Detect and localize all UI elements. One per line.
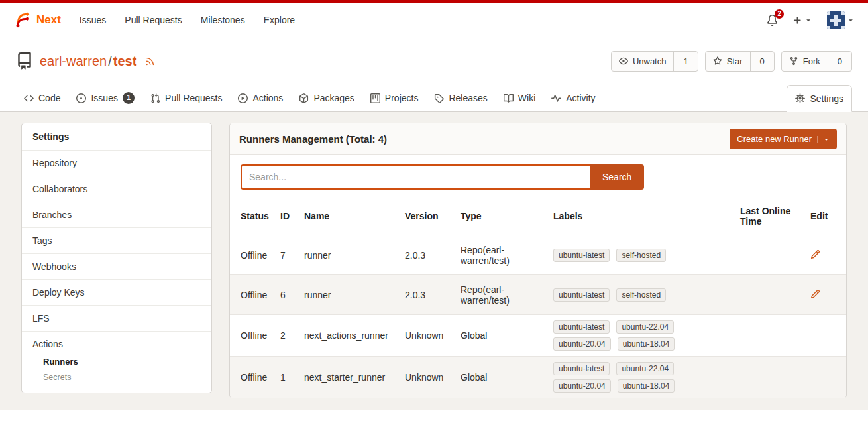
star-label: Star bbox=[727, 56, 743, 66]
col-status: Status bbox=[230, 198, 280, 235]
runner-label-badge: ubuntu-latest bbox=[553, 320, 610, 334]
runner-id: 6 bbox=[280, 275, 304, 315]
star-button-group: Star 0 bbox=[705, 51, 775, 72]
nav-item-issues[interactable]: Issues bbox=[70, 15, 115, 25]
star-count[interactable]: 0 bbox=[750, 52, 774, 71]
sidebar-item-deploy-keys[interactable]: Deploy Keys bbox=[22, 279, 211, 305]
tab-label: Activity bbox=[566, 93, 595, 103]
unwatch-label: Unwatch bbox=[633, 56, 667, 66]
repo-title: earl-warren/test bbox=[16, 52, 155, 70]
sidebar-item-collaborators[interactable]: Collaborators bbox=[22, 176, 211, 202]
user-menu-button[interactable] bbox=[827, 11, 855, 29]
fork-button[interactable]: Fork bbox=[782, 52, 828, 71]
runner-id: 7 bbox=[280, 235, 304, 275]
watch-count[interactable]: 1 bbox=[673, 52, 697, 71]
sidebar-subitem-secrets[interactable]: Secrets bbox=[22, 369, 211, 385]
sidebar-subitem-runners[interactable]: Runners bbox=[22, 353, 211, 369]
runner-last-online bbox=[740, 235, 810, 275]
runner-last-online bbox=[740, 357, 810, 398]
runner-label-badge: ubuntu-latest bbox=[553, 362, 610, 375]
fork-button-group: Fork 0 bbox=[781, 51, 852, 72]
repo-actions: Unwatch 1 Star 0 Fork 0 bbox=[611, 51, 852, 72]
runner-name: next_starter_runner bbox=[304, 357, 405, 398]
runner-version: Unknown bbox=[405, 357, 461, 398]
col-last-online-time: Last Online Time bbox=[740, 198, 810, 235]
panel-title: Runners Management (Total: 4) bbox=[239, 133, 387, 145]
sidebar-item-lfs[interactable]: LFS bbox=[22, 305, 211, 331]
code-icon bbox=[24, 93, 34, 103]
page-footer bbox=[0, 410, 868, 427]
watch-button-group: Unwatch 1 bbox=[611, 51, 698, 72]
sidebar-header: Settings bbox=[22, 123, 211, 150]
fork-count[interactable]: 0 bbox=[828, 52, 851, 71]
create-new-button[interactable] bbox=[792, 15, 812, 25]
pencil-icon bbox=[810, 289, 820, 299]
nav-item-explore[interactable]: Explore bbox=[254, 15, 304, 25]
sidebar-item-repository[interactable]: Repository bbox=[22, 150, 211, 176]
sidebar-item-webhooks[interactable]: Webhooks bbox=[22, 253, 211, 279]
runner-name: runner bbox=[304, 235, 405, 275]
navbar-links: Issues Pull Requests Milestones Explore bbox=[70, 15, 304, 25]
col-id: ID bbox=[280, 198, 304, 235]
runner-type: Global bbox=[461, 315, 553, 357]
pull-request-icon bbox=[150, 93, 160, 103]
table-header-row: Status ID Name Version Type Labels Last … bbox=[230, 198, 846, 235]
col-labels: Labels bbox=[553, 198, 740, 235]
repo-name-link[interactable]: test bbox=[113, 54, 137, 68]
tab-pull-requests[interactable]: Pull Requests bbox=[142, 85, 230, 111]
search-input[interactable] bbox=[241, 164, 590, 190]
navbar: Next Issues Pull Requests Milestones Exp… bbox=[0, 3, 868, 37]
runner-status: Offline bbox=[230, 235, 280, 275]
content-area: Settings Repository Collaborators Branch… bbox=[0, 112, 868, 410]
repo-header: earl-warren/test Unwatch 1 Star 0 bbox=[0, 37, 868, 85]
repo-tabbar: Code Issues 1 Pull Requests Actions Pack… bbox=[0, 85, 868, 112]
runner-labels: ubuntu-latestself-hosted bbox=[553, 288, 696, 302]
tab-settings[interactable]: Settings bbox=[787, 85, 852, 112]
runner-label-badge: ubuntu-20.04 bbox=[553, 379, 611, 393]
chevron-down-icon bbox=[847, 16, 855, 24]
runner-label-badge: ubuntu-18.04 bbox=[618, 379, 675, 393]
create-runner-label: Create new Runner bbox=[737, 134, 812, 144]
tab-label: Issues bbox=[91, 93, 117, 103]
notifications-button[interactable]: 2 bbox=[767, 15, 778, 26]
tab-releases[interactable]: Releases bbox=[426, 85, 495, 111]
sidebar-item-branches[interactable]: Branches bbox=[22, 202, 211, 227]
actions-subgroup: Runners Secrets bbox=[22, 353, 211, 393]
search-row: Search bbox=[230, 164, 846, 190]
nav-item-milestones[interactable]: Milestones bbox=[191, 15, 254, 25]
sidebar-item-tags[interactable]: Tags bbox=[22, 227, 211, 253]
pulse-icon bbox=[551, 93, 561, 103]
tab-code[interactable]: Code bbox=[16, 85, 68, 111]
tab-wiki[interactable]: Wiki bbox=[496, 85, 543, 111]
runner-label-badge: self-hosted bbox=[616, 288, 666, 302]
forgejo-logo-icon bbox=[13, 11, 32, 29]
rss-feed-icon[interactable] bbox=[145, 56, 155, 66]
star-icon bbox=[713, 56, 722, 66]
star-button[interactable]: Star bbox=[706, 52, 750, 71]
tab-projects[interactable]: Projects bbox=[362, 85, 427, 111]
table-row: Offline 1 next_starter_runner Unknown Gl… bbox=[230, 357, 846, 398]
tab-actions[interactable]: Actions bbox=[230, 85, 291, 111]
edit-runner-button[interactable] bbox=[810, 289, 820, 299]
runner-id: 2 bbox=[280, 315, 304, 357]
runner-label-badge: ubuntu-22.04 bbox=[616, 362, 674, 375]
unwatch-button[interactable]: Unwatch bbox=[612, 52, 674, 71]
col-type: Type bbox=[461, 198, 553, 235]
runner-name: runner bbox=[304, 275, 405, 315]
create-runner-button[interactable]: Create new Runner bbox=[730, 129, 837, 149]
tab-activity[interactable]: Activity bbox=[543, 85, 603, 111]
search-button[interactable]: Search bbox=[590, 164, 644, 190]
edit-runner-button[interactable] bbox=[810, 249, 820, 259]
runner-id: 1 bbox=[280, 357, 304, 398]
tab-label: Projects bbox=[385, 93, 419, 103]
sidebar-item-actions[interactable]: Actions bbox=[22, 331, 211, 353]
tab-issues[interactable]: Issues 1 bbox=[68, 85, 142, 111]
runner-type: Global bbox=[461, 357, 553, 398]
repo-owner-link[interactable]: earl-warren bbox=[40, 54, 107, 68]
tab-packages[interactable]: Packages bbox=[291, 85, 362, 111]
nav-item-pull-requests[interactable]: Pull Requests bbox=[115, 15, 191, 25]
home-link[interactable]: Next bbox=[13, 11, 61, 29]
eye-icon bbox=[619, 56, 628, 66]
runner-status: Offline bbox=[230, 357, 280, 398]
brand-name: Next bbox=[36, 13, 61, 27]
